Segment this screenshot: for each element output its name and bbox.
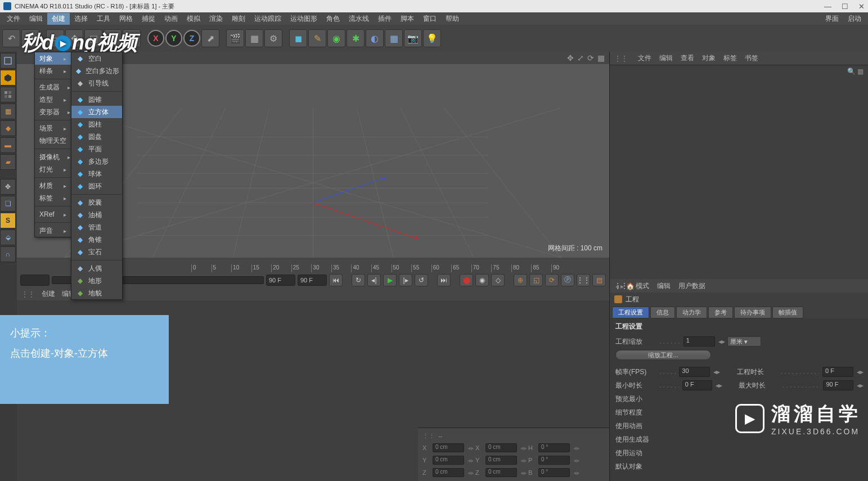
create-menu-XRef[interactable]: XRef▸ [35, 208, 73, 221]
prev-key-button[interactable]: ◂| [367, 274, 381, 286]
obj-tab-书签[interactable]: 书签 [745, 53, 758, 63]
next-key-button[interactable]: |▸ [399, 274, 412, 286]
coord-row-Z[interactable]: Z0 cm◂▸Z0 cm◂▸B0 °◂▸ [422, 466, 605, 479]
object-menu-地形[interactable]: ◆地形 [71, 275, 122, 287]
camera-button[interactable]: 📷 [404, 29, 422, 47]
create-menu-物理天空[interactable]: 物理天空▸ [35, 134, 73, 147]
object-menu-多边形[interactable]: ◆多边形 [71, 155, 122, 168]
object-menu-圆锥[interactable]: ◆圆锥 [71, 93, 122, 106]
edge-mode-button[interactable]: ▬ [0, 137, 16, 153]
object-menu-人偶[interactable]: ◆人偶 [71, 262, 122, 275]
workplane-snap-button[interactable]: ⬙ [0, 230, 16, 245]
magnet-button[interactable]: ∩ [0, 246, 16, 262]
attr-tab-信息[interactable]: 信息 [650, 307, 675, 318]
obj-tab-编辑[interactable]: 编辑 [659, 53, 673, 63]
max-time-input[interactable]: 90 F [823, 380, 853, 390]
object-menu-油桶[interactable]: ◆油桶 [71, 209, 122, 221]
scale-key-button[interactable]: ◱ [529, 274, 543, 286]
min-time-input[interactable]: 0 F [682, 380, 713, 390]
attr-tab-工程设置[interactable]: 工程设置 [612, 307, 649, 318]
pos-key-button[interactable]: ⊕ [514, 274, 527, 286]
attr-tab-动力学[interactable]: 动力学 [676, 307, 707, 318]
obj-tab-文件[interactable]: 文件 [638, 53, 651, 63]
menu-item-2[interactable]: 创建 [47, 13, 70, 25]
menu-right-1[interactable]: 启动 [843, 13, 866, 25]
object-manager-body[interactable]: 🔍 ▦ [610, 65, 868, 279]
scale-project-button[interactable]: 缩放工程... [615, 350, 711, 360]
attr-tab-参考[interactable]: 参考 [708, 307, 733, 318]
loop-button[interactable]: ↻ [352, 274, 365, 286]
attr-tab-待办事项[interactable]: 待办事项 [734, 307, 771, 318]
viewport-layout-icon[interactable]: ▦ [597, 53, 605, 62]
cube-primitive-button[interactable]: ◼ [289, 29, 307, 47]
object-menu-立方体[interactable]: ◆立方体 [71, 106, 122, 118]
pla-key-button[interactable]: ⋮⋮ [577, 274, 590, 286]
create-menu-标签[interactable]: 标签▸ [35, 192, 73, 204]
object-menu-球体[interactable]: ◆球体 [71, 168, 122, 180]
coord-system-button[interactable]: ⬈ [201, 29, 219, 47]
timeline-start-field[interactable] [20, 275, 50, 286]
snap-button[interactable]: S [0, 213, 16, 228]
model-mode-button[interactable] [0, 70, 16, 86]
undo-button[interactable]: ↶ [2, 29, 20, 47]
viewport-solo-button[interactable]: ❏ [0, 196, 16, 212]
create-menu-对象[interactable]: 对象▸ [35, 52, 73, 65]
menu-item-3[interactable]: 选择 [70, 13, 92, 25]
project-scale-unit-select[interactable]: 厘米 ▾ [727, 336, 761, 347]
obj-tab-对象[interactable]: 对象 [702, 53, 716, 63]
next-frame-button[interactable]: ↺ [415, 274, 428, 286]
menu-item-10[interactable]: 雕刻 [227, 13, 250, 25]
obj-tab-标签[interactable]: 标签 [723, 53, 737, 63]
create-menu-场景[interactable]: 场景▸ [35, 122, 73, 134]
subdiv-button[interactable]: ◉ [327, 29, 345, 47]
render-view-button[interactable]: 🎬 [226, 29, 244, 47]
light-button[interactable]: 💡 [423, 29, 441, 47]
object-menu-圆柱[interactable]: ◆圆柱 [71, 118, 122, 131]
viewport-zoom-icon[interactable]: ⤢ [577, 53, 584, 62]
object-menu-地貌[interactable]: ◆地貌 [71, 287, 122, 299]
object-menu-管道[interactable]: ◆管道 [71, 221, 122, 233]
record-key-button[interactable]: ⬤ [460, 274, 473, 286]
array-button[interactable]: ✱ [347, 29, 365, 47]
object-menu-引导线[interactable]: ◆引导线 [71, 77, 122, 89]
timeline-menu-button[interactable]: ▤ [592, 274, 606, 286]
object-menu-平面[interactable]: ◆平面 [71, 143, 122, 155]
menu-item-5[interactable]: 网格 [115, 13, 137, 25]
menu-item-11[interactable]: 运动跟踪 [250, 13, 286, 25]
panel-handle-icon[interactable]: ⋮⋮ [614, 55, 628, 62]
menu-item-17[interactable]: 窗口 [419, 13, 441, 25]
object-menu-空白[interactable]: ◆空白 [71, 52, 122, 65]
deformer-button[interactable]: ◐ [366, 29, 384, 47]
attr-nav-icons[interactable]: ◂ ▸ 🏠 ⬚ [610, 280, 868, 293]
project-scale-input[interactable]: 1 [683, 336, 715, 347]
menu-item-15[interactable]: 插件 [374, 13, 396, 25]
create-menu-摄像机[interactable]: 摄像机▸ [35, 151, 73, 163]
close-button[interactable]: ✕ [858, 2, 865, 11]
make-editable-button[interactable] [0, 53, 16, 69]
menu-item-6[interactable]: 捕捉 [137, 13, 160, 25]
maximize-button[interactable]: ☐ [842, 2, 848, 11]
create-menu-dropdown[interactable]: 对象▸样条▸生成器▸造型▸变形器▸场景▸物理天空▸摄像机▸灯光▸材质▸标签▸XR… [34, 52, 74, 237]
create-menu-材质[interactable]: 材质▸ [35, 179, 73, 192]
point-mode-button[interactable]: ◆ [0, 120, 16, 136]
coord-row-X[interactable]: X0 cm◂▸X0 cm◂▸H0 °◂▸ [422, 442, 605, 454]
menu-item-13[interactable]: 角色 [322, 13, 344, 25]
search-icon[interactable]: 🔍 ▦ [843, 65, 868, 78]
menu-item-12[interactable]: 运动图形 [286, 13, 322, 25]
timeline-current-field[interactable]: 90 F [298, 275, 327, 286]
project-length-input[interactable]: 0 F [822, 367, 853, 377]
autokey-button[interactable]: ◉ [475, 274, 489, 286]
fps-input[interactable]: 30 [679, 367, 710, 377]
object-menu-宝石[interactable]: ◆宝石 [71, 246, 122, 258]
keyframe-sel-button[interactable]: ◇ [491, 274, 505, 286]
object-menu-圆盘[interactable]: ◆圆盘 [71, 131, 122, 143]
minimize-button[interactable]: — [824, 2, 831, 11]
create-menu-声音[interactable]: 声音▸ [35, 224, 73, 237]
menu-item-14[interactable]: 流水线 [344, 13, 374, 25]
create-menu-样条[interactable]: 样条▸ [35, 65, 73, 77]
menu-item-18[interactable]: 帮助 [441, 13, 464, 25]
menu-item-9[interactable]: 渲染 [205, 13, 227, 25]
param-key-button[interactable]: Ⓟ [561, 274, 574, 286]
render-region-button[interactable]: ▦ [245, 29, 263, 47]
axis-x-button[interactable]: X [147, 30, 164, 47]
